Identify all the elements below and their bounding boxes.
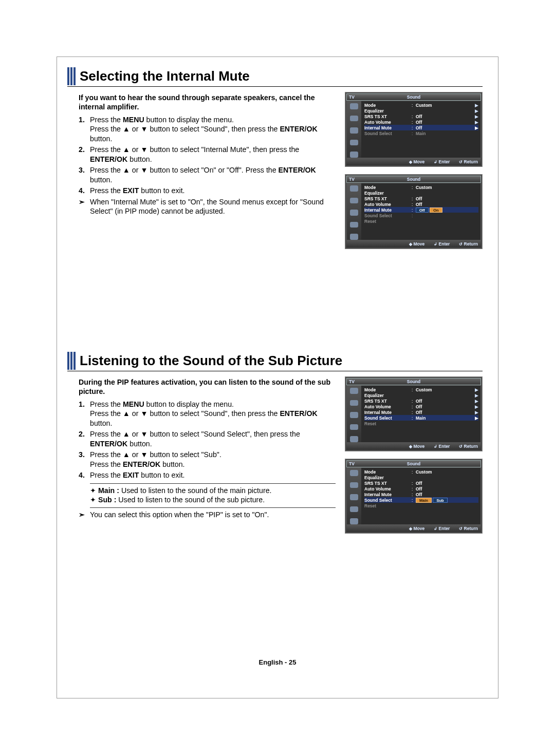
osd-title: Sound <box>366 177 461 182</box>
setup-icon[interactable] <box>350 222 358 228</box>
osd-row-dim: Reset <box>364 421 478 426</box>
heading: Listening to the Sound of the Sub Pictur… <box>67 352 483 371</box>
osd-row[interactable]: Equalizer ▶ <box>364 108 478 114</box>
osd-tv-label: TV <box>347 461 366 466</box>
main-definition: ✦ Main : Used to listen to the sound of … <box>90 486 336 495</box>
channel-icon[interactable] <box>350 127 358 134</box>
osd-hint-return: ↺ Return <box>459 159 478 164</box>
picture-icon[interactable] <box>350 185 358 192</box>
heading: Selecting the Internal Mute <box>67 67 483 87</box>
step-3: Press the ▲ or ▼ button to select "On" o… <box>90 165 336 184</box>
osd-row[interactable]: Auto Volume : Off <box>364 201 478 207</box>
step-1: Press the MENU button to display the men… <box>90 115 336 143</box>
osd-menu-2: TV Sound Mode : Custom Equalizer SRS TS … <box>345 459 483 534</box>
osd-hint-enter: ↲ Enter <box>434 241 450 247</box>
osd-title: Sound <box>366 94 461 100</box>
sound-icon[interactable] <box>350 198 358 204</box>
osd-row[interactable]: Equalizer <box>364 190 478 196</box>
step-3: Press the ▲ or ▼ button to select "Sub".… <box>90 450 336 469</box>
sound-icon[interactable] <box>350 116 358 122</box>
osd-hint-enter: ↲ Enter <box>434 159 450 164</box>
osd-option[interactable]: On <box>430 207 442 213</box>
osd-row[interactable]: Sound Select : Main Sub <box>364 497 478 503</box>
input-icon[interactable] <box>350 234 358 240</box>
step-2: Press the ▲ or ▼ button to select "Sound… <box>90 429 336 448</box>
osd-row[interactable]: Auto Volume : Off <box>364 486 478 492</box>
osd-column: TV Sound Mode : Custom ▶ Equalizer ▶ SRS… <box>345 92 483 249</box>
osd-row[interactable]: Mode : Custom <box>364 469 478 475</box>
osd-row[interactable]: Auto Volume : Off ▶ <box>364 119 478 125</box>
osd-hint-return: ↺ Return <box>459 241 478 247</box>
intro-text: During the PIP features activation, you … <box>79 377 336 396</box>
osd-hint-move: ◆ Move <box>409 159 424 164</box>
divider <box>90 507 336 508</box>
sound-icon[interactable] <box>350 400 358 406</box>
input-icon[interactable] <box>350 436 358 442</box>
osd-menu-1: TV Sound Mode : Custom ▶ Equalizer ▶ SRS… <box>345 376 483 451</box>
picture-icon[interactable] <box>350 388 358 394</box>
osd-title: Sound <box>366 379 461 384</box>
osd-footer: ◆ Move ↲ Enter ↺ Return <box>346 158 481 165</box>
osd-hint-enter: ↲ Enter <box>434 526 450 531</box>
osd-title: Sound <box>366 461 461 466</box>
input-icon[interactable] <box>350 152 358 158</box>
sound-icon[interactable] <box>350 482 358 488</box>
osd-row[interactable]: Internal Mute : Off On <box>364 207 478 213</box>
heading-title: Listening to the Sound of the Sub Pictur… <box>80 352 342 371</box>
note-arrow-icon: ➣ <box>79 510 90 519</box>
note: ➣ When "Internal Mute" is set to "On", t… <box>79 197 336 216</box>
osd-row[interactable]: Internal Mute : Off ▶ <box>364 125 478 130</box>
osd-row[interactable]: Equalizer ▶ <box>364 392 478 398</box>
osd-category-icons <box>347 101 361 158</box>
step-list: 1. Press the MENU button to display the … <box>79 400 336 480</box>
channel-icon[interactable] <box>350 494 358 500</box>
osd-category-icons <box>347 468 361 524</box>
osd-category-icons <box>347 183 361 240</box>
picture-icon[interactable] <box>350 103 358 109</box>
osd-menu-2: TV Sound Mode : Custom Equalizer SRS TS … <box>345 174 483 249</box>
osd-titlebar: TV Sound <box>346 460 481 467</box>
osd-titlebar: TV Sound <box>346 93 481 101</box>
channel-icon[interactable] <box>350 210 358 216</box>
osd-option[interactable]: Main <box>416 498 432 503</box>
osd-row[interactable]: Mode : Custom ▶ <box>364 387 478 392</box>
osd-hint-return: ↺ Return <box>459 526 478 531</box>
osd-option[interactable]: Sub <box>433 498 447 503</box>
heading-accent-bars <box>67 352 76 371</box>
osd-titlebar: TV Sound <box>346 378 481 385</box>
step-1: Press the MENU button to display the men… <box>90 400 336 428</box>
osd-row[interactable]: SRS TS XT : Off <box>364 480 478 486</box>
sub-definition: ✦ Sub : Used to listen to the sound of t… <box>90 495 336 504</box>
picture-icon[interactable] <box>350 470 358 476</box>
osd-row[interactable]: Internal Mute : Off ▶ <box>364 409 478 415</box>
channel-icon[interactable] <box>350 412 358 418</box>
osd-titlebar: TV Sound <box>346 176 481 183</box>
setup-icon[interactable] <box>350 506 358 513</box>
step-2: Press the ▲ or ▼ button to select "Inter… <box>90 145 336 164</box>
step-4: Press the EXIT button to exit. <box>90 186 336 195</box>
osd-row[interactable]: Mode : Custom <box>364 184 478 190</box>
osd-row[interactable]: Mode : Custom ▶ <box>364 102 478 108</box>
step-list: 1. Press the MENU button to display the … <box>79 115 336 196</box>
osd-option[interactable]: Off <box>416 207 429 213</box>
osd-row[interactable]: Auto Volume : Off ▶ <box>364 404 478 409</box>
note-arrow-icon: ➣ <box>79 197 90 216</box>
osd-row[interactable]: SRS TS XT : Off <box>364 196 478 201</box>
osd-row[interactable]: Internal Mute : Off <box>364 492 478 497</box>
osd-menu-1: TV Sound Mode : Custom ▶ Equalizer ▶ SRS… <box>345 92 483 167</box>
divider <box>90 483 336 484</box>
osd-row[interactable]: Equalizer <box>364 475 478 480</box>
input-icon[interactable] <box>350 518 358 524</box>
osd-tv-label: TV <box>347 94 366 100</box>
osd-row[interactable]: SRS TS XT : Off ▶ <box>364 114 478 119</box>
osd-hint-return: ↺ Return <box>459 444 478 449</box>
setup-icon[interactable] <box>350 140 358 146</box>
osd-footer: ◆ Move ↲ Enter ↺ Return <box>346 525 481 532</box>
osd-row[interactable]: Sound Select : Main ▶ <box>364 415 478 421</box>
section-internal-mute: Selecting the Internal Mute If you want … <box>67 67 483 249</box>
osd-row[interactable]: SRS TS XT : Off ▶ <box>364 398 478 404</box>
setup-icon[interactable] <box>350 424 358 430</box>
step-4: Press the EXIT button to exit. <box>90 470 336 480</box>
osd-row-dim: Reset <box>364 218 478 224</box>
osd-footer: ◆ Move ↲ Enter ↺ Return <box>346 240 481 248</box>
